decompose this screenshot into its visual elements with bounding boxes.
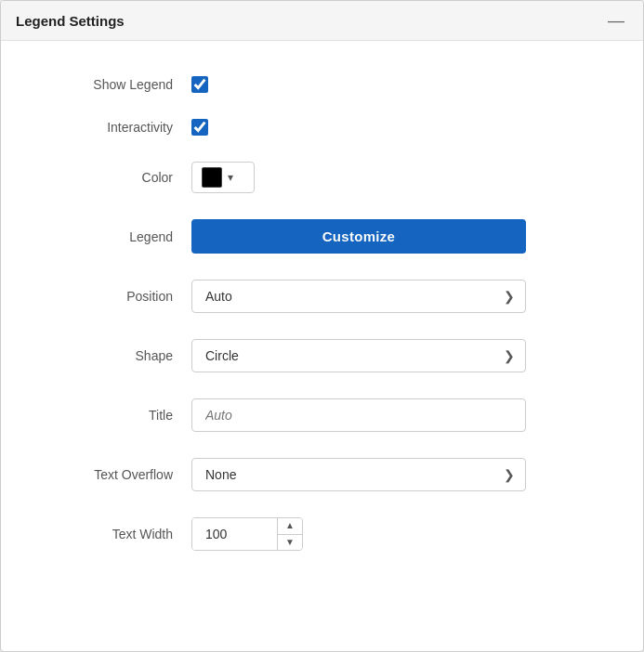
text-overflow-row: Text Overflow None Truncate Ellipsis Wra… xyxy=(1,445,643,504)
text-width-input[interactable] xyxy=(192,518,277,550)
customize-button[interactable]: Customize xyxy=(191,219,526,254)
interactivity-control xyxy=(191,119,526,136)
interactivity-row: Interactivity xyxy=(1,106,643,149)
position-label: Position xyxy=(38,289,173,304)
shape-label: Shape xyxy=(38,348,173,363)
text-overflow-label: Text Overflow xyxy=(38,467,173,482)
shape-control: Circle Square Triangle Diamond ❯ xyxy=(191,339,526,372)
form-content: Show Legend Interactivity Color ▾ L xyxy=(1,41,643,586)
legend-control: Customize xyxy=(191,219,526,254)
color-control: ▾ xyxy=(191,162,526,193)
spinner-down-button[interactable]: ▼ xyxy=(278,535,302,551)
legend-settings-window: Legend Settings — Show Legend Interactiv… xyxy=(0,0,644,652)
color-picker-button[interactable]: ▾ xyxy=(191,162,255,193)
interactivity-label: Interactivity xyxy=(38,120,173,135)
title-input[interactable] xyxy=(191,398,526,432)
spinner-buttons: ▲ ▼ xyxy=(277,518,302,550)
show-legend-label: Show Legend xyxy=(38,77,173,92)
text-overflow-control: None Truncate Ellipsis Wrap ❯ xyxy=(191,458,526,491)
text-overflow-select[interactable]: None Truncate Ellipsis Wrap xyxy=(191,458,526,491)
text-width-control: ▲ ▼ xyxy=(191,517,526,551)
position-select[interactable]: Auto Top Bottom Left Right xyxy=(191,280,526,313)
color-label: Color xyxy=(38,170,173,185)
show-legend-row: Show Legend xyxy=(1,63,643,106)
interactivity-checkbox[interactable] xyxy=(191,119,208,136)
minimize-button[interactable]: — xyxy=(604,12,628,29)
color-chevron-icon: ▾ xyxy=(228,171,233,184)
show-legend-checkbox[interactable] xyxy=(191,76,208,93)
title-bar: Legend Settings — xyxy=(1,1,643,41)
text-width-row: Text Width ▲ ▼ xyxy=(1,504,643,564)
title-control xyxy=(191,398,526,432)
shape-select[interactable]: Circle Square Triangle Diamond xyxy=(191,339,526,372)
color-swatch xyxy=(202,167,222,188)
show-legend-control xyxy=(191,76,526,93)
legend-row: Legend Customize xyxy=(1,206,643,267)
window-title: Legend Settings xyxy=(16,13,125,29)
title-label: Title xyxy=(38,408,173,423)
position-control: Auto Top Bottom Left Right ❯ xyxy=(191,280,526,313)
text-width-wrapper: ▲ ▼ xyxy=(191,517,303,551)
text-width-label: Text Width xyxy=(38,527,173,541)
spinner-up-button[interactable]: ▲ xyxy=(278,518,302,535)
title-row: Title xyxy=(1,385,643,445)
position-row: Position Auto Top Bottom Left Right ❯ xyxy=(1,267,643,326)
shape-row: Shape Circle Square Triangle Diamond ❯ xyxy=(1,326,643,385)
color-row: Color ▾ xyxy=(1,149,643,206)
legend-label: Legend xyxy=(38,229,173,244)
